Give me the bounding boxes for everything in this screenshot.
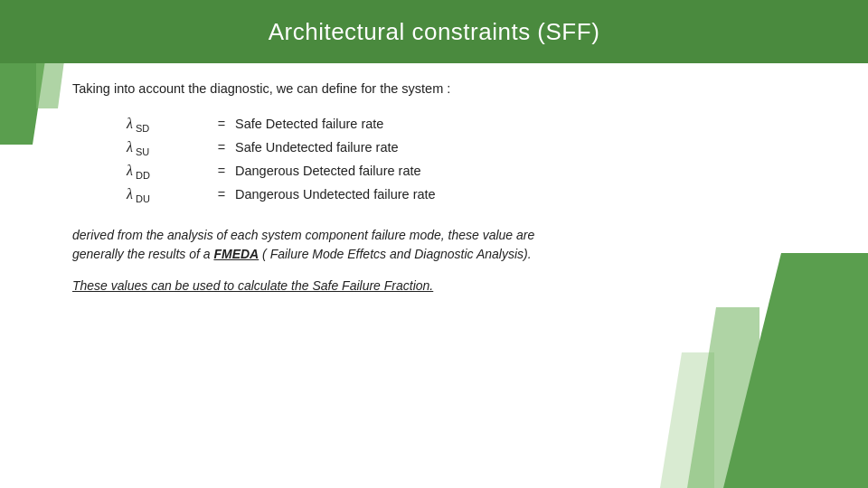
desc-su: Safe Undetected failure rate: [235, 140, 796, 155]
derived-part2: generally the results of a: [72, 247, 213, 261]
table-row: λ DD = Dangerous Detected failure rate: [127, 163, 796, 181]
desc-dd: Dangerous Detected failure rate: [235, 164, 796, 178]
lambda-symbol: λ: [127, 163, 133, 178]
content-area: Taking into account the diagnostic, we c…: [72, 72, 796, 470]
lambda-symbol: λ: [127, 139, 133, 155]
lambda-dd-cell: λ DD: [127, 163, 208, 181]
lambda-sub-du: DU: [133, 193, 150, 204]
lambda-symbol: λ: [127, 186, 133, 202]
lambda-sub-dd: DD: [133, 170, 150, 181]
lambda-sd-cell: λ SD: [127, 116, 208, 134]
equals-du: =: [208, 187, 235, 202]
derived-part3: ( Failure Mode Effetcs and Diagnostic An…: [259, 247, 531, 261]
title-bar: Architectural constraints (SFF): [0, 0, 868, 63]
desc-du: Dangerous Undetected failure rate: [235, 187, 796, 202]
safe-fraction-text: These values can be used to calculate th…: [72, 278, 796, 293]
equals-su: =: [208, 140, 235, 155]
derived-part1: derived from the analysis of each system…: [72, 228, 534, 242]
fmeda-label: FMEDA: [213, 247, 259, 261]
slide-title: Architectural constraints (SFF): [269, 18, 600, 46]
desc-sd: Safe Detected failure rate: [235, 117, 796, 131]
definitions-table: λ SD = Safe Detected failure rate λ SU =…: [127, 116, 796, 204]
lambda-sub-sd: SD: [133, 123, 149, 134]
lambda-symbol: λ: [127, 116, 133, 131]
intro-text: Taking into account the diagnostic, we c…: [72, 81, 796, 96]
slide: Architectural constraints (SFF) Taking i…: [0, 0, 868, 488]
table-row: λ SD = Safe Detected failure rate: [127, 116, 796, 134]
derived-text: derived from the analysis of each system…: [72, 226, 705, 264]
equals-sd: =: [208, 117, 235, 131]
lambda-sub-su: SU: [133, 146, 149, 157]
equals-dd: =: [208, 164, 235, 178]
lambda-du-cell: λ DU: [127, 186, 208, 204]
table-row: λ DU = Dangerous Undetected failure rate: [127, 186, 796, 204]
table-row: λ SU = Safe Undetected failure rate: [127, 139, 796, 157]
lambda-su-cell: λ SU: [127, 139, 208, 157]
